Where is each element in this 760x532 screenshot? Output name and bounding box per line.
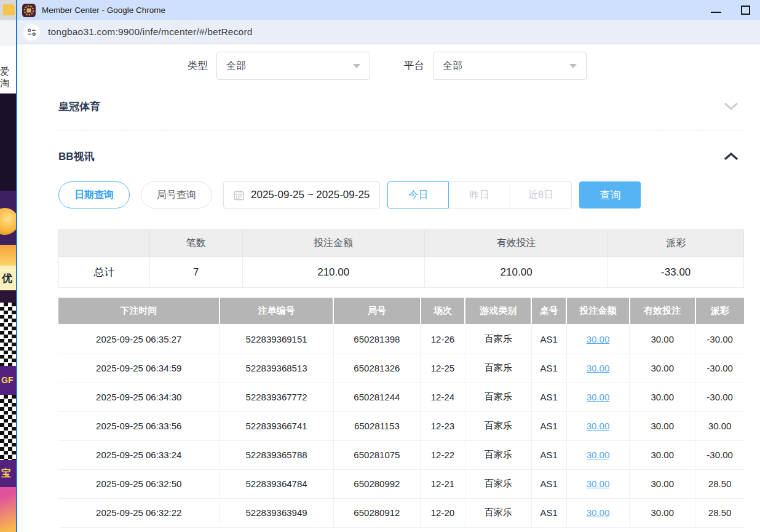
payout-cell: -30.00 <box>695 325 744 354</box>
search-button[interactable]: 查询 <box>579 181 641 208</box>
bet-amount-link[interactable]: 30.00 <box>587 421 610 431</box>
table-row: 2025-09-25 06:34:30522839367772650281244… <box>58 383 744 411</box>
bet-amount-link[interactable]: 30.00 <box>587 478 610 489</box>
date-range-input[interactable]: 2025-09-25 ~ 2025-09-25 <box>223 181 380 208</box>
round-query-tab-label: 局号查询 <box>157 189 196 202</box>
platform-filter-label: 平台 <box>404 59 424 73</box>
column-header: 桌号 <box>531 298 566 325</box>
round-no-cell: 650280912 <box>333 498 421 527</box>
background-banner <box>0 191 16 245</box>
bet-records-table: 下注时间注单编号局号场次游戏类别桌号投注金额有效投注派彩 2025-09-25 … <box>58 298 744 528</box>
type-select[interactable]: 全部 <box>216 52 370 80</box>
table-no-cell: AS1 <box>531 469 566 498</box>
type-filter-label: 类型 <box>188 59 208 73</box>
total-count: 7 <box>150 257 242 288</box>
game-type-cell: 百家乐 <box>465 383 531 411</box>
yesterday-button[interactable]: 昨日 <box>449 181 510 208</box>
window-title: Member Center - Google Chrome <box>42 6 165 15</box>
bet-id-cell: 522839367772 <box>220 383 333 411</box>
column-header: 投注金额 <box>566 298 630 325</box>
bet-id-cell: 522839364784 <box>220 469 333 498</box>
time-cell: 2025-09-25 06:33:24 <box>58 440 220 469</box>
section-crown-sports[interactable]: 皇冠体育 <box>58 97 744 116</box>
last-8-days-button-label: 近8日 <box>528 189 553 202</box>
bet-amount-link[interactable]: 30.00 <box>587 450 610 460</box>
bet-id-cell: 522839366741 <box>220 411 333 440</box>
round-query-tab[interactable]: 局号查询 <box>141 181 212 208</box>
last-8-days-button[interactable]: 近8日 <box>510 181 572 208</box>
date-query-tab[interactable]: 日期查询 <box>58 181 130 208</box>
summary-table: 笔数 投注金额 有效投注 派彩 总计 7 210.00 210.00 -33.0… <box>58 229 744 288</box>
page-content: 类型 全部 平台 全部 皇冠体育 BB视讯 <box>17 44 760 532</box>
today-button[interactable]: 今日 <box>387 181 449 208</box>
section-title: BB视讯 <box>58 149 95 164</box>
filters-row: 类型 全部 平台 全部 <box>188 52 744 80</box>
summary-header-count: 笔数 <box>150 230 242 257</box>
calendar-icon <box>234 190 244 200</box>
bet-table-body: 2025-09-25 06:35:27522839369151650281398… <box>58 325 744 527</box>
time-cell: 2025-09-25 06:32:22 <box>58 498 220 527</box>
column-header: 下注时间 <box>58 298 220 325</box>
chevron-down-icon[interactable] <box>723 101 739 111</box>
valid-bet-cell: 30.00 <box>630 354 695 383</box>
quick-range-group: 今日 昨日 近8日 <box>387 181 572 208</box>
section-title: 皇冠体育 <box>58 100 100 114</box>
background-label-you: 优 <box>0 266 16 290</box>
chevron-down-icon <box>569 64 577 68</box>
round-no-cell: 650280992 <box>333 469 421 498</box>
column-header: 局号 <box>333 298 421 325</box>
background-window-bar <box>0 20 16 46</box>
column-header: 游戏类别 <box>465 298 531 325</box>
game-type-cell: 百家乐 <box>465 325 531 354</box>
session-cell: 12-24 <box>421 383 465 411</box>
table-row: 2025-09-25 06:33:56522839366741650281153… <box>58 411 744 440</box>
table-no-cell: AS1 <box>531 411 566 440</box>
chevron-up-icon[interactable] <box>723 151 739 161</box>
browser-titlebar: Member Center - Google Chrome <box>17 0 760 20</box>
bet-amount-cell: 30.00 <box>566 383 630 411</box>
valid-bet-cell: 30.00 <box>630 325 695 354</box>
window-controls <box>711 6 760 15</box>
platform-select[interactable]: 全部 <box>433 52 587 80</box>
site-settings-icon[interactable] <box>23 24 40 41</box>
bet-id-cell: 522839365788 <box>220 440 333 469</box>
payout-cell: 28.50 <box>695 498 744 527</box>
yesterday-button-label: 昨日 <box>470 189 489 202</box>
bet-id-cell: 522839368513 <box>220 354 333 383</box>
browser-window: Member Center - Google Chrome tongbao31.… <box>16 0 760 532</box>
minimize-button[interactable] <box>711 8 721 13</box>
payout-cell: -30.00 <box>695 354 744 383</box>
maximize-button[interactable] <box>741 6 750 15</box>
bet-amount-link[interactable]: 30.00 <box>587 363 610 373</box>
session-cell: 12-20 <box>421 498 465 527</box>
session-cell: 12-25 <box>421 354 465 383</box>
browser-toolbar: tongbao31.com:9900/infe/mcenter/#/betRec… <box>17 20 760 44</box>
payout-cell: -30.00 <box>695 440 744 469</box>
background-gold-band <box>0 245 16 266</box>
section-bb-video[interactable]: BB视讯 <box>58 147 744 165</box>
bet-amount-link[interactable]: 30.00 <box>587 392 610 402</box>
bet-amount-cell: 30.00 <box>566 469 630 498</box>
summary-header-empty <box>59 230 150 257</box>
table-no-cell: AS1 <box>531 440 566 469</box>
table-row: 2025-09-25 06:32:50522839364784650280992… <box>58 469 744 498</box>
query-controls: 日期查询 局号查询 2025-09-25 ~ 2025-09-25 <box>58 181 744 208</box>
time-cell: 2025-09-25 06:33:56 <box>58 411 220 440</box>
summary-header-valid-bet: 有效投注 <box>424 230 608 257</box>
url-text[interactable]: tongbao31.com:9900/infe/mcenter/#/betRec… <box>48 26 253 38</box>
game-type-cell: 百家乐 <box>465 440 531 469</box>
table-row: 2025-09-25 06:35:27522839369151650281398… <box>58 325 744 354</box>
summary-header-bet-amount: 投注金额 <box>242 230 424 257</box>
game-type-cell: 百家乐 <box>465 469 531 498</box>
bet-amount-cell: 30.00 <box>566 411 630 440</box>
payout-cell: 28.50 <box>695 469 744 498</box>
time-cell: 2025-09-25 06:35:27 <box>58 325 220 354</box>
session-cell: 12-22 <box>421 440 465 469</box>
chevron-down-icon <box>353 64 360 68</box>
time-cell: 2025-09-25 06:34:30 <box>58 383 220 411</box>
bet-amount-link[interactable]: 30.00 <box>587 507 610 518</box>
bet-amount-link[interactable]: 30.00 <box>587 334 610 344</box>
folder-icon <box>3 4 15 15</box>
time-cell: 2025-09-25 06:34:59 <box>58 354 220 383</box>
total-valid-bet: 210.00 <box>424 257 608 288</box>
